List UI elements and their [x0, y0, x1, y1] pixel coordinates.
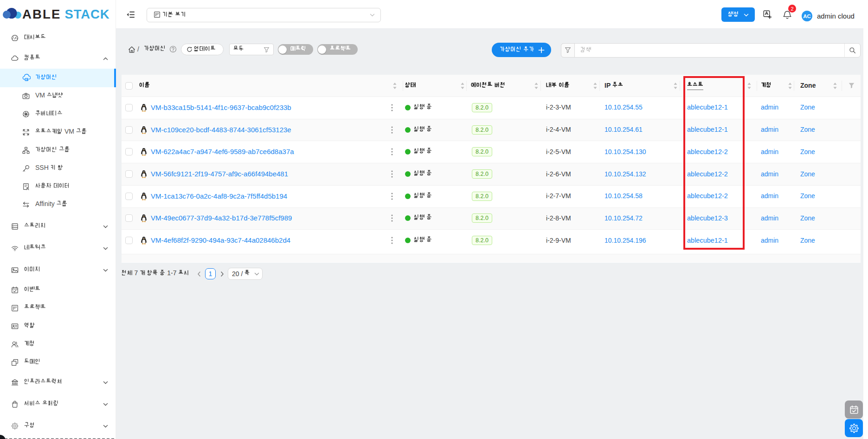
- svg-text:ABLE: ABLE: [22, 7, 61, 21]
- svg-text:7: 7: [133, 270, 140, 277]
- svg-text:SSH: SSH: [35, 164, 51, 171]
- svg-text:Affinity: Affinity: [35, 200, 57, 207]
- svg-text:VM: VM: [35, 92, 47, 99]
- svg-text:STACK: STACK: [65, 7, 110, 21]
- svg-text:1-7: 1-7: [165, 270, 178, 277]
- svg-text:VM: VM: [63, 128, 76, 135]
